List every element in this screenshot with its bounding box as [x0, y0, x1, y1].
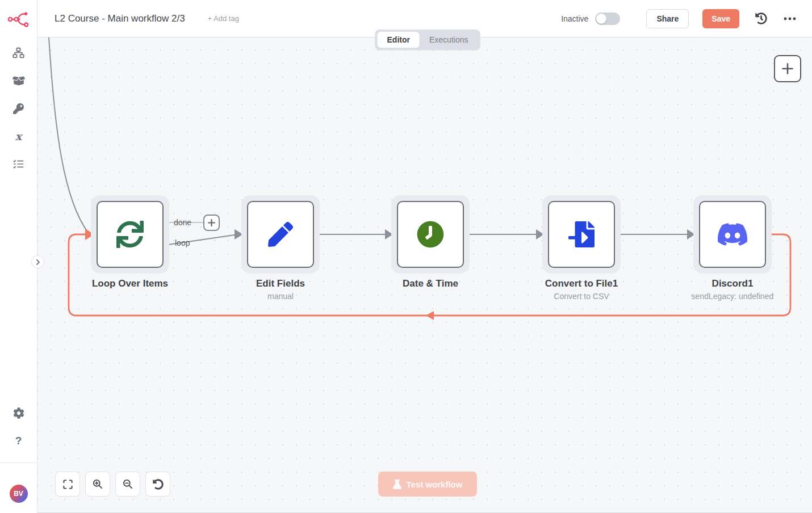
reset-zoom-icon [153, 479, 164, 490]
zoom-to-fit-button[interactable] [55, 472, 80, 497]
workflow-canvas[interactable]: done loop Loop Over Items [37, 37, 812, 512]
more-options-icon[interactable] [782, 12, 797, 26]
node-discord: Discord1 sendLegacy: undefined [693, 195, 772, 274]
zoom-out-icon [122, 478, 133, 490]
user-avatar[interactable]: BV [10, 485, 28, 503]
node-loop-over-items: Loop Over Items [91, 195, 169, 274]
plus-icon [208, 219, 215, 226]
pencil-icon [268, 222, 293, 247]
node-title: Discord1 [692, 278, 774, 289]
workflow-title[interactable]: L2 Course - Main workflow 2/3 [55, 13, 185, 24]
sidebar-divider [0, 462, 37, 463]
zoom-out-button[interactable] [115, 472, 140, 497]
node-convert-to-file: Convert to File1 Convert to CSV [542, 195, 621, 274]
flask-icon [393, 480, 401, 489]
node-box[interactable] [548, 201, 615, 268]
clock-icon [417, 221, 444, 248]
node-title: Edit Fields [256, 278, 305, 289]
executions-icon[interactable] [12, 158, 25, 170]
templates-icon[interactable] [12, 74, 25, 87]
node-subtitle: sendLegacy: undefined [692, 292, 774, 301]
node-box[interactable] [97, 201, 164, 268]
test-workflow-label: Test workflow [407, 480, 463, 489]
active-toggle[interactable] [595, 12, 620, 25]
zoom-to-fit-icon [62, 479, 73, 490]
node-title: Convert to File1 [545, 278, 618, 289]
node-edit-fields: Edit Fields manual [241, 195, 320, 274]
node-subtitle: Convert to CSV [545, 292, 618, 301]
settings-gear-icon[interactable] [12, 407, 25, 419]
variables-icon[interactable]: x [12, 130, 25, 142]
zoom-in-icon [92, 478, 103, 490]
help-icon[interactable]: ? [12, 434, 25, 447]
add-tag-button[interactable]: + Add tag [208, 14, 239, 23]
history-icon[interactable] [754, 12, 768, 26]
node-box[interactable] [397, 201, 464, 268]
node-box[interactable] [699, 201, 766, 268]
workflows-icon[interactable] [12, 47, 25, 59]
discord-icon [718, 220, 747, 249]
connections-layer [37, 37, 812, 512]
sidebar: x ? BV [0, 0, 37, 513]
node-date-time: Date & Time [391, 195, 470, 274]
node-box[interactable] [247, 201, 314, 268]
n8n-logo[interactable] [7, 10, 30, 31]
canvas-zoom-controls [55, 472, 170, 497]
editor-executions-tabs: Editor Executions [375, 30, 480, 50]
plus-icon [782, 63, 793, 74]
save-button[interactable]: Save [702, 9, 739, 28]
credentials-key-icon[interactable] [12, 102, 25, 115]
loop-sync-icon [116, 221, 144, 248]
tab-editor[interactable]: Editor [378, 32, 420, 48]
tab-executions[interactable]: Executions [420, 32, 478, 48]
add-node-button[interactable] [774, 55, 801, 82]
test-workflow-button[interactable]: Test workflow [378, 472, 477, 497]
toggle-knob [596, 14, 606, 24]
zoom-in-button[interactable] [85, 472, 110, 497]
sidebar-expand-button[interactable] [31, 255, 44, 268]
node-title: Date & Time [403, 278, 458, 289]
share-button[interactable]: Share [646, 9, 689, 28]
connection-label-loop: loop [175, 238, 190, 247]
n8n-app: x ? BV [0, 0, 812, 513]
node-title: Loop Over Items [92, 278, 168, 289]
connection-label-done: done [174, 218, 191, 227]
node-subtitle: manual [256, 292, 305, 301]
add-node-on-connection-button[interactable] [203, 215, 220, 231]
workflow-status-label: Inactive [561, 14, 588, 23]
file-import-icon [568, 221, 595, 247]
reset-zoom-button[interactable] [145, 472, 170, 497]
